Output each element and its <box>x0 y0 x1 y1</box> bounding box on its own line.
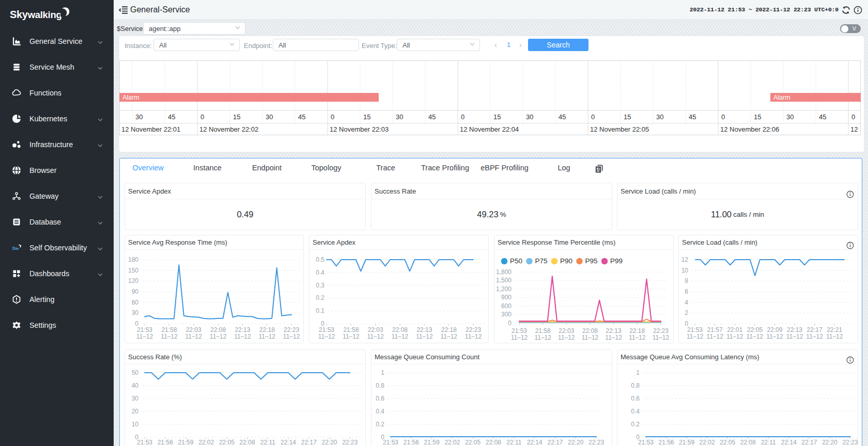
svg-text:22:17: 22:17 <box>547 439 563 446</box>
svg-text:12 November 22:02: 12 November 22:02 <box>199 125 258 133</box>
svg-text:11–12: 11–12 <box>185 333 202 340</box>
svg-text:P95: P95 <box>585 257 598 265</box>
svg-text:11–12: 11–12 <box>234 333 251 340</box>
svg-text:22:14: 22:14 <box>281 439 296 446</box>
svg-text:22:09: 22:09 <box>767 326 782 333</box>
svg-text:90: 90 <box>132 288 139 295</box>
svg-text:40: 40 <box>132 382 139 389</box>
svg-text:8: 8 <box>685 277 688 284</box>
svg-text:0.2: 0.2 <box>376 421 384 428</box>
svg-text:12 November 22:06: 12 November 22:06 <box>720 125 779 133</box>
svg-text:11–12: 11–12 <box>806 333 823 340</box>
svg-text:21:56: 21:56 <box>158 439 173 446</box>
svg-text:2: 2 <box>685 309 688 316</box>
svg-text:12: 12 <box>850 125 858 133</box>
svg-text:20: 20 <box>132 408 139 415</box>
svg-text:22:03: 22:03 <box>186 326 202 333</box>
svg-text:0: 0 <box>721 113 725 121</box>
svg-text:22:14: 22:14 <box>527 439 542 446</box>
svg-text:4: 4 <box>685 299 688 306</box>
svg-text:15: 15 <box>754 113 761 121</box>
svg-text:10: 10 <box>681 267 689 274</box>
svg-text:22:17: 22:17 <box>301 439 317 446</box>
svg-text:0: 0 <box>591 113 595 121</box>
svg-text:11–12: 11–12 <box>653 334 670 341</box>
svg-text:21:56: 21:56 <box>404 439 419 446</box>
svg-text:0.4: 0.4 <box>631 408 640 415</box>
svg-text:11–12: 11–12 <box>826 333 843 340</box>
svg-text:21:53: 21:53 <box>319 326 334 333</box>
svg-text:11–12: 11–12 <box>161 333 178 340</box>
svg-text:Alarm: Alarm <box>122 94 140 101</box>
svg-text:21:58: 21:58 <box>343 326 359 333</box>
svg-text:22:23: 22:23 <box>588 439 604 446</box>
svg-text:11–12: 11–12 <box>582 334 599 341</box>
svg-text:900: 900 <box>501 294 512 301</box>
svg-text:11–12: 11–12 <box>534 334 551 341</box>
svg-text:P75: P75 <box>535 257 548 265</box>
svg-text:22:08: 22:08 <box>210 326 226 333</box>
svg-text:21:57: 21:57 <box>707 326 723 333</box>
svg-text:600: 600 <box>501 302 512 310</box>
svg-text:0.5: 0.5 <box>316 256 324 263</box>
svg-text:11–12: 11–12 <box>465 333 482 340</box>
svg-text:11–12: 11–12 <box>786 333 803 340</box>
svg-text:30: 30 <box>266 113 273 121</box>
svg-text:22:08: 22:08 <box>740 439 756 446</box>
svg-text:22:17: 22:17 <box>807 326 823 333</box>
svg-text:50: 50 <box>132 369 139 376</box>
svg-text:11–12: 11–12 <box>629 334 646 341</box>
svg-text:22:20: 22:20 <box>822 439 838 446</box>
svg-text:21:59: 21:59 <box>679 439 694 446</box>
svg-text:1,500: 1,500 <box>496 277 512 284</box>
svg-text:300: 300 <box>501 311 512 318</box>
svg-text:11–12: 11–12 <box>511 334 528 341</box>
svg-text:6: 6 <box>685 288 688 295</box>
svg-text:60: 60 <box>132 299 139 306</box>
svg-text:11–12: 11–12 <box>343 333 360 340</box>
svg-text:30: 30 <box>786 113 794 121</box>
svg-text:45: 45 <box>168 113 175 121</box>
svg-text:0.4: 0.4 <box>376 408 384 415</box>
svg-text:11–12: 11–12 <box>392 333 409 340</box>
svg-text:22:23: 22:23 <box>284 326 299 333</box>
svg-text:22:14: 22:14 <box>781 439 797 446</box>
svg-text:150: 150 <box>128 267 138 274</box>
svg-text:22:01: 22:01 <box>727 326 742 333</box>
svg-text:22:02: 22:02 <box>700 439 715 446</box>
svg-text:0.6: 0.6 <box>631 395 640 402</box>
svg-text:1: 1 <box>636 369 640 376</box>
svg-text:11–12: 11–12 <box>605 334 622 341</box>
svg-text:22:20: 22:20 <box>321 439 337 446</box>
svg-text:21:59: 21:59 <box>424 439 440 446</box>
svg-text:22:20: 22:20 <box>568 439 583 446</box>
svg-text:21:53: 21:53 <box>638 439 654 446</box>
svg-text:11–12: 11–12 <box>318 333 335 340</box>
svg-text:21:56: 21:56 <box>658 439 674 446</box>
svg-text:11–12: 11–12 <box>766 333 783 340</box>
svg-text:22:08: 22:08 <box>392 326 408 333</box>
svg-text:22:05: 22:05 <box>465 439 481 446</box>
svg-text:22:23: 22:23 <box>466 326 481 333</box>
svg-text:21:53: 21:53 <box>137 326 152 333</box>
svg-text:22:11: 22:11 <box>506 439 521 446</box>
svg-text:22:03: 22:03 <box>368 326 383 333</box>
svg-text:22:08: 22:08 <box>486 439 501 446</box>
svg-text:0.3: 0.3 <box>316 282 324 289</box>
svg-text:22:05: 22:05 <box>747 326 763 333</box>
svg-text:0.2: 0.2 <box>631 421 640 428</box>
svg-text:10: 10 <box>132 421 139 428</box>
svg-text:45: 45 <box>689 113 696 121</box>
svg-text:15: 15 <box>363 113 370 121</box>
svg-text:22:08: 22:08 <box>240 439 255 446</box>
svg-text:21:53: 21:53 <box>687 326 703 333</box>
svg-text:11–12: 11–12 <box>259 333 276 340</box>
svg-text:Alarm: Alarm <box>773 94 791 101</box>
svg-text:0.8: 0.8 <box>631 382 640 389</box>
svg-text:P50: P50 <box>510 257 522 265</box>
svg-text:11–12: 11–12 <box>747 333 764 340</box>
svg-text:P99: P99 <box>610 257 623 265</box>
svg-text:22:11: 22:11 <box>761 439 776 446</box>
svg-text:11–12: 11–12 <box>283 333 300 340</box>
svg-text:11–12: 11–12 <box>687 333 704 340</box>
